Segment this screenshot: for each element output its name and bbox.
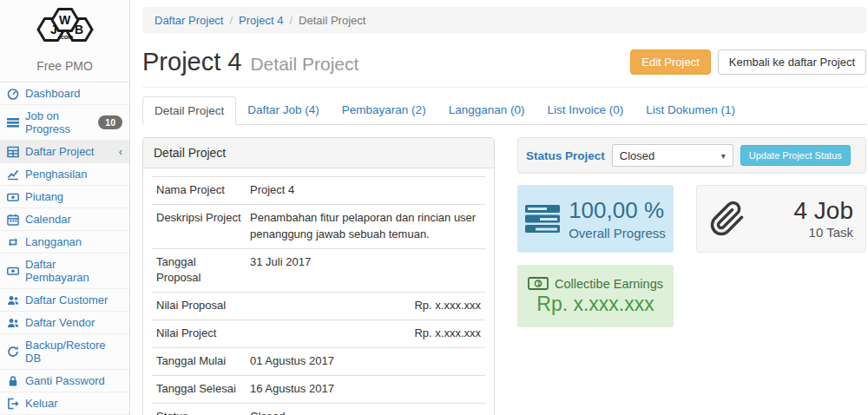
sidebar-item-label: Piutang [25, 190, 63, 203]
row-label: Nama Project [152, 177, 246, 205]
breadcrumb-separator: / [229, 14, 233, 27]
row-value: Penambahan fitur pelaporan dan rincian u… [246, 204, 485, 248]
overall-progress-value: 100,00 % [569, 197, 666, 224]
breadcrumb-separator: / [289, 14, 293, 27]
tab-list-dokumen[interactable]: List Dokumen (1) [635, 96, 746, 125]
breadcrumb: Daftar Project/Project 4/Detail Project [142, 7, 866, 34]
page-header: Project 4 Detail Project Edit Project Ke… [142, 48, 866, 88]
status-select[interactable]: Closed ▾ [612, 144, 733, 167]
sidebar: J W B .com Free PMO Dashboard Job on Pro… [0, 0, 130, 415]
sidebar-item-daftar-customer[interactable]: Daftar Customer [0, 289, 129, 312]
detail-project-panel: Detail Project Nama Project Project 4 De… [142, 137, 495, 415]
sidebar-item-label: Calendar [25, 213, 71, 226]
sidebar-item-label: Daftar Project [25, 145, 94, 158]
table-row: Tanggal Proposal 31 Juli 2017 [152, 248, 485, 293]
svg-text:1: 1 [537, 280, 541, 287]
row-value: Closed [246, 403, 485, 415]
row-label: Status [152, 403, 246, 415]
tab-list-invoice[interactable]: List Invoice (0) [536, 96, 635, 125]
tab-daftar-job[interactable]: Daftar Job (4) [236, 96, 331, 125]
svg-text:J: J [50, 23, 57, 36]
jwb-logo: J W B .com [0, 0, 129, 56]
collectible-earnings-card: 1 Collectibe Earnings Rp. x.xxx.xxx [517, 265, 674, 327]
sidebar-item-keluar[interactable]: Keluar [0, 392, 129, 415]
table-row: Status Closed [152, 403, 485, 415]
overall-progress-card: 100,00 % Overall Progress [517, 185, 674, 253]
users-icon [7, 294, 19, 306]
sidebar-item-label: Backup/Restore DB [25, 339, 122, 365]
status-project-well: Status Project Closed ▾ Update Project S… [517, 137, 866, 174]
line-chart-icon [7, 168, 19, 181]
sidebar-item-daftar-pembayaran[interactable]: Daftar Pembayaran [0, 254, 129, 289]
tab-pembayaran[interactable]: Pembayaran (2) [331, 96, 437, 125]
money-icon [7, 191, 19, 203]
back-to-project-list-button[interactable]: Kembali ke daftar Project [718, 49, 866, 75]
row-label: Tanggal Proposal [152, 248, 246, 293]
panel-title: Detail Project [143, 138, 494, 168]
select-caret-icon: ▾ [721, 151, 726, 161]
tab-bar: Detail Project Daftar Job (4) Pembayaran… [142, 96, 866, 125]
sidebar-menu: Dashboard Job on Progress 10 Daftar Proj… [0, 82, 129, 415]
jwb-logo-icon: J W B .com [23, 7, 107, 49]
tab-detail-project[interactable]: Detail Project [142, 96, 236, 125]
table-row: Tanggal Selesai 16 Agustus 2017 [152, 375, 485, 403]
main-area: Daftar Project/Project 4/Detail Project … [130, 0, 868, 415]
sidebar-item-job-on-progress[interactable]: Job on Progress 10 [0, 105, 129, 141]
collectible-earnings-label: Collectibe Earnings [555, 277, 663, 291]
update-project-status-button[interactable]: Update Project Status [740, 145, 851, 166]
detail-table: Nama Project Project 4 Deskripsi Project… [152, 176, 485, 415]
sidebar-item-langganan[interactable]: Langganan [0, 231, 129, 254]
money-icon [7, 265, 19, 277]
sidebar-item-backup-restore-db[interactable]: Backup/Restore DB [0, 334, 129, 370]
sidebar-item-label: Langganan [25, 235, 82, 248]
row-value: 31 Juli 2017 [246, 248, 485, 293]
table-row: Deskripsi Project Penambahan fitur pelap… [152, 204, 485, 248]
sidebar-item-label: Dashboard [25, 87, 81, 100]
table-row: Nama Project Project 4 [152, 177, 485, 205]
row-label: Nilai Project [152, 320, 246, 348]
sidebar-item-label: Daftar Customer [25, 293, 108, 306]
row-value: Project 4 [246, 177, 485, 205]
row-label: Deskripsi Project [152, 204, 246, 248]
svg-text:W: W [59, 13, 71, 27]
breadcrumb-link-project-4[interactable]: Project 4 [239, 14, 283, 27]
svg-text:B: B [75, 23, 83, 36]
table-row: Tanggal Mulai 01 Agustus 2017 [152, 347, 485, 375]
job-count-badge: 10 [98, 115, 122, 129]
table-icon [7, 146, 19, 158]
sidebar-item-label: Daftar Vendor [25, 316, 95, 329]
row-label: Tanggal Selesai [152, 375, 246, 403]
row-value: Rp. x.xxx.xxx [246, 293, 485, 320]
sidebar-item-daftar-project[interactable]: Daftar Project ‹ [0, 141, 129, 163]
table-row: Nilai Proposal Rp. x.xxx.xxx [152, 293, 485, 320]
brand-name: Free PMO [0, 59, 129, 73]
sidebar-item-label: Keluar [25, 397, 58, 410]
job-task-card: 4 Job 10 Task [696, 185, 866, 253]
sidebar-item-dashboard[interactable]: Dashboard [0, 82, 129, 105]
edit-project-button[interactable]: Edit Project [630, 49, 710, 75]
status-select-value: Closed [620, 149, 654, 162]
sidebar-item-calendar[interactable]: Calendar [0, 208, 129, 231]
refresh-icon [7, 346, 19, 358]
row-value: Rp. x.xxx.xxx [246, 320, 485, 348]
row-value: 01 Agustus 2017 [246, 347, 485, 375]
retweet-icon [7, 236, 19, 248]
row-label: Nilai Proposal [152, 293, 246, 320]
sidebar-item-label: Job on Progress [25, 109, 92, 135]
sidebar-item-daftar-vendor[interactable]: Daftar Vendor [0, 312, 129, 334]
calendar-icon [7, 214, 19, 226]
lock-icon [7, 375, 19, 387]
money-icon: 1 [528, 277, 549, 290]
breadcrumb-link-daftar-project[interactable]: Daftar Project [155, 14, 223, 27]
sidebar-item-penghasilan[interactable]: Penghasilan [0, 163, 129, 186]
job-count-value: 4 Job [794, 198, 854, 225]
sidebar-item-label: Ganti Password [25, 374, 105, 387]
collectible-earnings-value: Rp. x.xxx.xxx [536, 293, 654, 316]
tab-langganan[interactable]: Langganan (0) [437, 96, 536, 125]
dashboard-icon [7, 88, 19, 100]
table-row: Nilai Project Rp. x.xxx.xxx [152, 320, 485, 348]
users-icon [7, 317, 19, 329]
sign-out-icon [7, 398, 19, 410]
sidebar-item-piutang[interactable]: Piutang [0, 186, 129, 208]
sidebar-item-ganti-password[interactable]: Ganti Password [0, 370, 129, 392]
